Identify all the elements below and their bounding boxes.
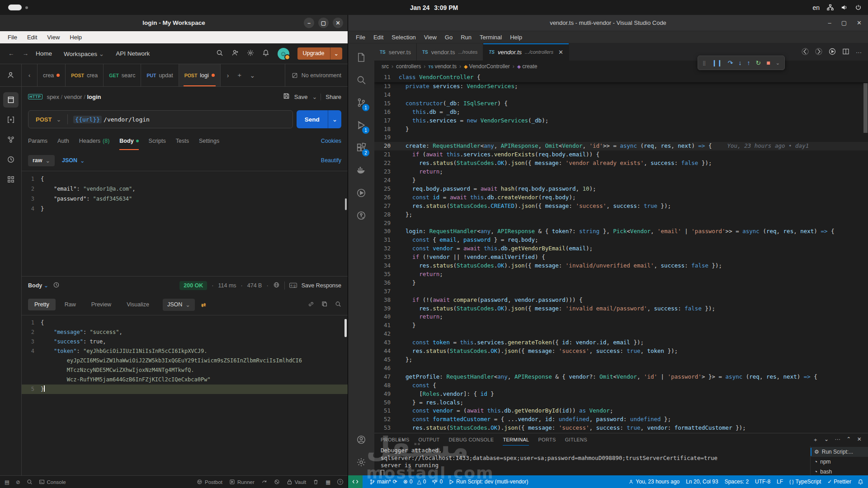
copy-icon[interactable] bbox=[321, 301, 328, 309]
breadcrumb-segment[interactable]: vendor bbox=[64, 94, 82, 100]
url-input[interactable]: POST⌄ {{url}} /vendor/login bbox=[28, 110, 293, 128]
source-control-icon[interactable]: 1 bbox=[350, 92, 372, 113]
formatter-indicator[interactable]: ✓Prettier bbox=[827, 479, 851, 485]
nav-api-network[interactable]: API Network bbox=[116, 50, 150, 57]
split-editor-icon[interactable] bbox=[842, 48, 849, 56]
nav-back-icon[interactable] bbox=[802, 48, 809, 56]
debug-toolbar[interactable]: ⣿ ❙❙ ↷ ↓ ↑ ↻ ■ ⌄ bbox=[698, 56, 785, 70]
code-editor[interactable]: 11class VendorController { 13 private se… bbox=[374, 72, 868, 433]
tab-settings[interactable]: Settings bbox=[199, 132, 219, 150]
upgrade-chevron-icon[interactable]: ⌄ bbox=[330, 47, 342, 60]
cursor-position[interactable]: Ln 20, Col 93 bbox=[686, 479, 718, 485]
ports-indicator[interactable]: 0 bbox=[432, 479, 443, 485]
account-icon[interactable] bbox=[350, 429, 372, 450]
wrap-text-icon[interactable]: ⇄ bbox=[201, 301, 205, 308]
tab-params[interactable]: Params bbox=[28, 132, 47, 150]
body-mode-selector[interactable]: raw⌄ bbox=[28, 155, 55, 166]
tab-headers[interactable]: Headers (8) bbox=[79, 132, 110, 150]
keyboard-layout[interactable]: en bbox=[812, 4, 820, 11]
panel-tab-gitlens[interactable]: GITLENS bbox=[565, 433, 587, 446]
terminal-output[interactable]: Debugger attached.sqlserver://localhost:… bbox=[374, 446, 810, 475]
tab-scroll-left-icon[interactable]: ‹ bbox=[22, 64, 37, 86]
new-terminal-icon[interactable]: ＋ bbox=[813, 436, 818, 444]
mock-servers-icon[interactable] bbox=[3, 132, 19, 147]
request-body-editor[interactable]: 1{2 "email": "vendor1@a.com",3 "password… bbox=[22, 171, 348, 276]
menu-item-run[interactable]: Run bbox=[457, 33, 476, 42]
explorer-icon[interactable] bbox=[350, 47, 372, 68]
more-actions-icon[interactable]: ··· bbox=[856, 49, 862, 56]
send-chevron-icon[interactable]: ⌄ bbox=[328, 110, 341, 128]
history-icon[interactable] bbox=[3, 152, 19, 167]
minimize-button[interactable]: – bbox=[304, 18, 314, 28]
forward-arrow-icon[interactable]: → bbox=[23, 50, 29, 57]
request-tab[interactable]: PUTupdat bbox=[141, 64, 178, 86]
language-mode[interactable]: { }TypeScript bbox=[789, 479, 821, 485]
maximize-panel-icon[interactable]: ⌃ bbox=[846, 436, 851, 444]
response-tab-preview[interactable]: Preview bbox=[85, 299, 118, 310]
upgrade-button[interactable]: Upgrade ⌄ bbox=[297, 47, 342, 60]
user-icon[interactable] bbox=[0, 64, 22, 86]
debug-session-chevron-icon[interactable]: ⌄ bbox=[776, 60, 780, 66]
breadcrumb-segment[interactable]: ◈ create bbox=[517, 63, 538, 70]
menu-item-view[interactable]: View bbox=[43, 33, 64, 42]
search-response-icon[interactable] bbox=[335, 301, 341, 309]
run-file-icon[interactable] bbox=[829, 48, 836, 56]
runner-button[interactable]: Runner bbox=[229, 479, 255, 485]
run-debug-icon[interactable]: 1 bbox=[350, 115, 372, 136]
close-panel-icon[interactable]: ✕ bbox=[857, 436, 862, 444]
close-tab-icon[interactable]: ✕ bbox=[558, 49, 563, 56]
gitlens-icon[interactable] bbox=[350, 205, 372, 226]
workspace-indicator[interactable] bbox=[0, 5, 28, 10]
tab-scroll-right-icon[interactable]: › bbox=[227, 72, 229, 79]
tab-menu-chevron-icon[interactable]: ⌄ bbox=[250, 72, 255, 79]
invite-user-icon[interactable] bbox=[231, 49, 239, 58]
tab-auth[interactable]: Auth bbox=[57, 132, 69, 150]
power-icon[interactable] bbox=[855, 4, 862, 11]
response-body-selector[interactable]: Body ⌄ bbox=[28, 282, 48, 289]
test-explorer-icon[interactable] bbox=[350, 183, 372, 203]
terminal-dropdown-icon[interactable]: ⌄ bbox=[824, 436, 829, 444]
postbot-button[interactable]: Postbot bbox=[197, 479, 222, 485]
body-scrollbar[interactable] bbox=[345, 198, 347, 210]
menu-item-help[interactable]: Help bbox=[506, 33, 526, 42]
avatar[interactable]: ☺ bbox=[278, 48, 289, 60]
terminal-instance[interactable]: ◔bash bbox=[811, 467, 868, 477]
breadcrumb[interactable]: src›controllers›TS vendor.ts›◆ VendorCon… bbox=[374, 61, 868, 72]
share-button[interactable]: Share bbox=[326, 94, 341, 100]
sync-icon[interactable]: ⟳ bbox=[393, 479, 397, 485]
beautify-button[interactable]: Beautify bbox=[321, 157, 341, 164]
cookies-link[interactable]: Cookies bbox=[321, 138, 341, 144]
tab-body[interactable]: Body bbox=[119, 132, 138, 150]
panel-tab-problems[interactable]: PROBLEMS bbox=[381, 433, 410, 446]
breadcrumb-segment[interactable]: spex bbox=[47, 94, 59, 100]
new-tab-icon[interactable]: ＋ bbox=[236, 71, 242, 80]
menu-item-help[interactable]: Help bbox=[66, 33, 86, 42]
maximize-button[interactable]: ▢ bbox=[841, 19, 847, 26]
collections-icon[interactable] bbox=[3, 92, 19, 108]
find-icon[interactable] bbox=[27, 479, 33, 485]
menu-item-file[interactable]: File bbox=[4, 33, 21, 42]
menu-item-edit[interactable]: Edit bbox=[369, 33, 387, 42]
save-response-button[interactable]: Save Response bbox=[302, 282, 341, 289]
menu-item-edit[interactable]: Edit bbox=[23, 33, 41, 42]
pause-icon[interactable]: ❙❙ bbox=[712, 59, 722, 66]
editor-tab[interactable]: TSserver.ts bbox=[374, 43, 417, 61]
globe-icon[interactable] bbox=[273, 282, 280, 290]
nav-forward-icon[interactable] bbox=[815, 48, 822, 56]
response-scrollbar[interactable] bbox=[344, 319, 347, 337]
volume-icon[interactable] bbox=[841, 4, 848, 11]
breadcrumb-segment[interactable]: TS vendor.ts bbox=[428, 63, 457, 70]
capture-icon[interactable] bbox=[261, 479, 267, 485]
response-format-selector[interactable]: JSON⌄ bbox=[163, 299, 195, 311]
stop-icon[interactable]: ■ bbox=[766, 59, 770, 66]
extensions-icon[interactable]: 2 bbox=[350, 137, 372, 158]
system-clock[interactable]: Jan 24 3:09 PM bbox=[410, 4, 458, 11]
response-history-icon[interactable] bbox=[53, 282, 60, 290]
two-pane-icon[interactable]: ▦ bbox=[326, 479, 330, 485]
git-branch-indicator[interactable]: main* ⟳ bbox=[369, 479, 397, 485]
menu-item-file[interactable]: File bbox=[352, 33, 369, 42]
response-size[interactable]: 474 B bbox=[247, 282, 262, 289]
step-over-icon[interactable]: ↷ bbox=[728, 59, 733, 66]
checks-icon[interactable]: ⊘ bbox=[16, 479, 20, 485]
menu-item-terminal[interactable]: Terminal bbox=[476, 33, 506, 42]
